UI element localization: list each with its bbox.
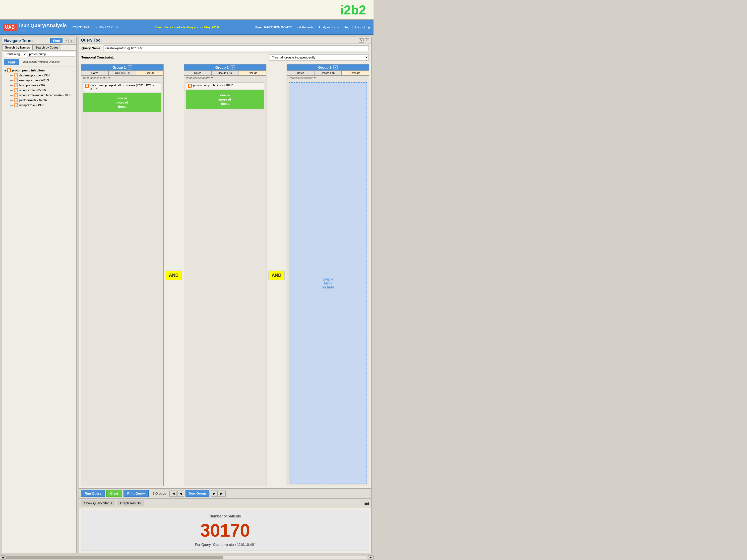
project-info: Project: UAB LDS (Early Feb 2016) [72, 25, 119, 29]
header-bar: UAB i2b2 Query/Analysis Tool Project: UA… [0, 20, 374, 35]
right-panel-icon2[interactable]: □ [365, 38, 369, 42]
help-link[interactable]: Help [344, 25, 350, 29]
left-panel-icon1[interactable]: ✎ [64, 38, 69, 43]
scroll-track[interactable] [6, 556, 367, 559]
term-label: omeprazole - 65050 [19, 88, 46, 92]
group-2-dates-btn[interactable]: Dates [184, 71, 211, 75]
group-1-treat-row: Treat Independently ▼ [81, 76, 163, 80]
group-1-header: Group 1 ✕ [81, 64, 163, 71]
groups-area: Group 1 ✕ Dates Occurs > 0x Exclude Trea… [79, 62, 371, 488]
root-term-icon: 📄 [7, 69, 11, 73]
find-patients-link[interactable]: Find Patients [294, 25, 313, 29]
nav-next-btn[interactable]: ▶ [211, 490, 217, 497]
group-2-close-btn[interactable]: ✕ [231, 65, 235, 70]
tab-search-by-names[interactable]: Search by Names [2, 45, 33, 50]
left-panel: Navigate Terms Find ✎ □ Search by Names … [2, 37, 77, 553]
left-panel-header: Navigate Terms Find ✎ □ [2, 37, 76, 45]
ontology-label: Medications (Multum Ontology) [23, 60, 60, 63]
group-2-term: 📄 proton pump inhibitors - 181615 [186, 82, 264, 89]
top-banner: i2b2 [0, 0, 374, 20]
run-query-btn[interactable]: Run Query [81, 490, 105, 497]
search-input[interactable] [28, 52, 75, 57]
group-1-one-or-more-btn[interactable]: one ormore ofthese [83, 93, 161, 112]
group-2-box: Group 2 ✕ Dates Occurs > 0x Exclude Trea… [184, 64, 266, 486]
term-label: rabeprazole - 1380 [19, 104, 44, 107]
nav-first-btn[interactable]: |◀ [169, 490, 177, 497]
group-3-treat-label: Treat Independently [288, 76, 312, 79]
list-item[interactable]: ├─ 📄 pantoprazole - 69107 [9, 98, 74, 103]
fresh-data-notice: Fresh Data Load starting end of May 2016 [121, 25, 252, 29]
group-2-exclude-btn[interactable]: Exclude [239, 71, 266, 75]
nav-buttons-right: ▶ ▶| [211, 490, 226, 497]
print-query-btn[interactable]: Print Query [124, 490, 149, 497]
logout-link[interactable]: Logout [355, 25, 365, 29]
group-1-close-btn[interactable]: ✕ [128, 65, 132, 70]
navigate-terms-title: Navigate Terms [4, 38, 49, 43]
and-connector-2: AND [268, 270, 285, 280]
list-item[interactable]: ├─ 📄 dexlansoprazole - 3386 [9, 73, 74, 78]
group-3-label: Group 3 [318, 65, 332, 70]
user-info: User: MATTHEW WYATT [255, 25, 292, 29]
app-title: i2b2 Query/Analysis [19, 22, 67, 28]
graph-results-btn[interactable]: Graph Results [117, 500, 144, 506]
query-name-label: Query Name: [81, 46, 102, 50]
tree-root-item[interactable]: ∎ 📄 proton pump inhibitors [4, 68, 74, 73]
left-panel-icon2[interactable]: □ [70, 39, 74, 43]
analysis-tools-link[interactable]: Analysis Tools [318, 25, 339, 29]
group-3-close-btn[interactable]: ✕ [333, 65, 338, 70]
expand-icon: ∎ [4, 69, 6, 72]
status-icon: 📷 [364, 501, 369, 506]
group-2-treat-row: Treat Independently ▼ [184, 76, 266, 80]
group-2-controls: Dates Occurs > 0x Exclude [184, 71, 266, 76]
tree-children: ├─ 📄 dexlansoprazole - 3386 ├─ 📄 esomepr… [4, 73, 74, 108]
group-1-exclude-btn[interactable]: Exclude [136, 71, 163, 75]
list-item[interactable]: ├─ 📄 esomeprazole - 94153 [9, 78, 74, 83]
group-2-content: 📄 proton pump inhibitors - 181615 one or… [184, 80, 266, 486]
groups-count: 2 Groups [153, 491, 166, 495]
list-item[interactable]: ├─ 📄 omeprazole-sodium bicarbonate - 103… [9, 93, 74, 98]
tab-search-by-codes[interactable]: Search by Codes [33, 45, 61, 50]
scroll-right-btn[interactable]: ▶ [368, 555, 374, 560]
group-1-controls: Dates Occurs > 0x Exclude [81, 71, 163, 76]
show-query-status-btn[interactable]: Show Query Status [81, 500, 115, 506]
group-1-term: 📄 Gastro-esophageal reflux disease (ICD1… [83, 82, 161, 92]
list-item[interactable]: ├─ 📄 omeprazole - 65050 [9, 88, 74, 93]
group-1-term-icon: 📄 [85, 84, 89, 88]
new-group-btn[interactable]: New Group [185, 490, 209, 497]
group-3-treat-arrow: ▼ [313, 76, 316, 79]
scroll-left-btn[interactable]: ◀ [0, 555, 5, 560]
scroll-up-arrow[interactable]: ∧ [367, 25, 370, 30]
leaf-icon: 📄 [14, 83, 18, 87]
group-2-occurs-btn[interactable]: Occurs > 0x [211, 71, 239, 75]
header-links: Find Patients | Analysis Tools | Help | … [294, 25, 365, 29]
group-1-occurs-btn[interactable]: Occurs > 0x [108, 71, 136, 75]
group-1-treat-label: Treat Independently [83, 76, 107, 79]
find-button-header[interactable]: Find [50, 38, 62, 43]
right-panel: Query Tool ✎ □ Query Name: Temporal Cons… [79, 37, 371, 553]
nav-prev-btn[interactable]: ◀ [177, 490, 184, 497]
group-3-exclude-btn[interactable]: Exclude [342, 71, 369, 75]
right-panel-icon1[interactable]: ✎ [359, 38, 364, 43]
clear-btn[interactable]: Clear [106, 490, 122, 497]
temporal-label: Temporal Constraint: [81, 55, 114, 59]
list-item[interactable]: └─ 📄 rabeprazole - 1380 [9, 103, 74, 108]
term-tree: ∎ 📄 proton pump inhibitors ├─ 📄 dexlanso… [2, 66, 76, 553]
leaf-icon: 📄 [14, 93, 18, 97]
group-3-treat-row: Treat Independently ▼ [287, 76, 369, 80]
group-1-term-label: Gastro-esophageal reflux disease (ICD10:… [91, 84, 160, 90]
search-filter-select[interactable]: Containing Starting with Exact [4, 52, 27, 57]
group-3-header: Group 3 ✕ [287, 64, 369, 71]
temporal-row: Temporal Constraint: Treat all groups in… [79, 53, 371, 62]
nav-last-btn[interactable]: ▶| [218, 490, 226, 497]
find-action-button[interactable]: Find [4, 59, 19, 65]
term-label: pantoprazole - 69107 [19, 99, 47, 102]
list-item[interactable]: ├─ 📄 lansoprazole - 7399 [9, 83, 74, 88]
group-3-box: Group 3 ✕ Dates Occurs > 0x Exclude Trea… [287, 64, 369, 486]
group-3-dates-btn[interactable]: Dates [287, 71, 314, 75]
temporal-select[interactable]: Treat all groups independently Temporal … [269, 54, 369, 60]
query-name-input[interactable] [104, 45, 369, 51]
group-3-occurs-btn[interactable]: Occurs > 0x [314, 71, 342, 75]
root-term-label: proton pump inhibitors [12, 69, 45, 72]
group-2-one-or-more-btn[interactable]: one ormore ofthese [186, 90, 264, 109]
group-1-dates-btn[interactable]: Dates [81, 71, 108, 75]
